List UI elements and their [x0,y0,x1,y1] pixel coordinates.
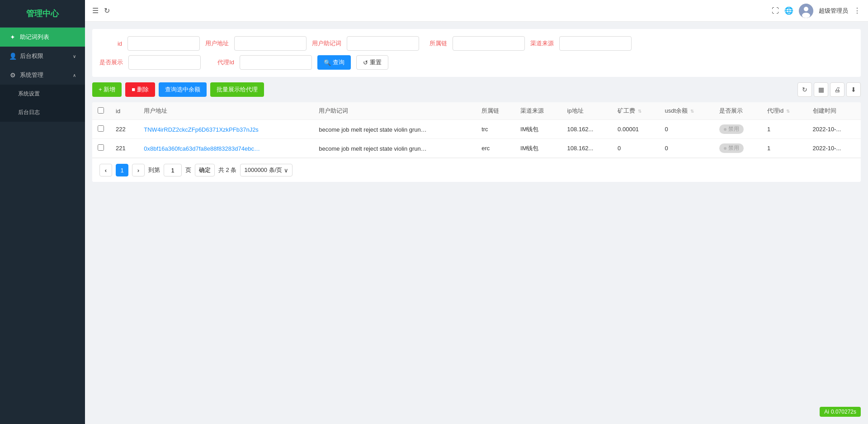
next-page-button[interactable]: › [132,164,145,176]
topbar: ☰ ↻ ⛶ 🌐 超级管理员 ⋮ [85,0,868,22]
row-usdt-balance: 0 [660,139,714,158]
sidebar: 管理中心 ✦ 助记词列表 👤 后台权限 ∨ ⚙ 系统管理 ∧ 系统设置 后台日志 [0,0,85,424]
prev-page-button[interactable]: ‹ [99,164,112,176]
query-balance-button[interactable]: 查询选中余额 [159,82,207,97]
topbar-left: ☰ ↻ [92,6,766,15]
row-channel: IM钱包 [515,120,562,139]
search-form: id 用户地址 用户助记词 所属链 渠道来源 是否展示 代理Id 🔍 查询 [92,29,861,77]
chevron-down-icon: ∨ [284,167,288,174]
row-id: 221 [110,139,138,158]
id-label: id [99,40,122,47]
sidebar-item-system-logs[interactable]: 后台日志 [0,103,85,122]
sidebar-item-system[interactable]: ⚙ 系统管理 ∧ [0,66,85,85]
column-settings-button[interactable]: ▦ [814,82,828,97]
channel-input[interactable] [559,36,632,51]
row-created-at: 2022-10-... [807,139,861,158]
row-user-mnemonic: become job melt reject state violin grun… [313,139,476,158]
delete-button[interactable]: ■ 删除 [125,82,155,97]
user-address-input[interactable] [234,36,307,51]
table-refresh-button[interactable]: ↻ [797,82,812,97]
ai-icon: Ai [824,409,829,415]
content-area: id 用户地址 用户助记词 所属链 渠道来源 是否展示 代理Id 🔍 查询 [85,22,868,424]
sidebar-item-label: 助记词列表 [20,33,76,41]
is-show-label: 是否展示 [99,58,123,67]
row-created-at: 2022-10-... [807,120,861,139]
query-button[interactable]: 🔍 查询 [317,55,351,70]
export-button[interactable]: ⬇ [846,82,861,97]
refresh-icon[interactable]: ↻ [104,6,110,15]
row-usdt-balance: 0 [660,120,714,139]
row-is-show: 禁用 [714,139,762,158]
row-select-checkbox[interactable] [98,144,104,151]
col-agent-id: 代理id ⇅ [762,102,807,120]
chevron-down-icon: ∨ [73,54,76,59]
sidebar-item-label: 后台权限 [20,52,69,60]
row-chain: erc [476,139,515,158]
col-ip: ip地址 [562,102,613,120]
col-user-address: 用户地址 [138,102,313,120]
user-address-link[interactable]: TNW4irRDZ2ckcZFp6D6371XzkPFb37nJ2s [144,126,259,133]
select-all-checkbox[interactable] [98,107,104,114]
id-input[interactable] [127,36,200,51]
per-page-select[interactable]: 1000000 条/页 ∨ [240,164,292,176]
agent-id-label: 代理Id [212,58,234,67]
badge-dot [724,128,726,131]
sidebar-item-mnemonic-list[interactable]: ✦ 助记词列表 [0,28,85,47]
svg-point-1 [804,7,808,11]
search-icon: 🔍 [324,59,331,66]
add-button[interactable]: + 新增 [92,82,122,97]
sort-icon-agent[interactable]: ⇅ [786,109,790,114]
avatar [799,4,813,18]
row-agent-id: 1 [762,120,807,139]
user-mnemonic-input[interactable] [347,36,419,51]
print-button[interactable]: 🖨 [830,82,844,97]
total-count: 共 2 条 [218,166,236,174]
reset-button[interactable]: ↺ 重置 [356,55,388,70]
data-table: id 用户地址 用户助记词 所属链 渠道来源 ip地址 矿工费 ⇅ usdt余额… [92,102,861,182]
col-id: id [110,102,138,120]
col-mining-fee: 矿工费 ⇅ [612,102,659,120]
row-select-checkbox[interactable] [98,125,104,132]
row-mining-fee: 0 [612,139,659,158]
globe-icon[interactable]: 🌐 [784,6,793,15]
search-row-1: id 用户地址 用户助记词 所属链 渠道来源 [99,36,854,51]
fullscreen-icon[interactable]: ⛶ [772,7,779,15]
row-id: 222 [110,120,138,139]
row-chain: trc [476,120,515,139]
row-channel: IM钱包 [515,139,562,158]
goto-label: 到第 [148,166,160,174]
is-show-input[interactable] [128,55,201,70]
permissions-icon: 👤 [9,52,16,60]
col-chain: 所属链 [476,102,515,120]
row-is-show: 禁用 [714,120,762,139]
goto-page-input[interactable] [164,164,182,176]
row-ip: 108.162... [562,139,613,158]
ai-value: 0.070272s [831,409,856,415]
page-1-button[interactable]: 1 [116,164,128,176]
toolbar-right: ↻ ▦ 🖨 ⬇ [797,82,861,97]
agent-id-input[interactable] [240,55,312,70]
search-row-2: 是否展示 代理Id 🔍 查询 ↺ 重置 [99,55,854,70]
menu-icon[interactable]: ☰ [92,6,99,15]
toolbar: + 新增 ■ 删除 查询选中余额 批量展示给代理 ↻ ▦ 🖨 ⬇ [92,82,861,97]
sort-icon-mining[interactable]: ⇅ [638,109,642,114]
channel-label: 渠道来源 [530,39,554,48]
sidebar-item-system-settings[interactable]: 系统设置 [0,85,85,103]
row-agent-id: 1 [762,139,807,158]
sidebar-sub-system: 系统设置 后台日志 [0,85,85,122]
sort-icon-usdt[interactable]: ⇅ [690,109,694,114]
col-channel: 渠道来源 [515,102,562,120]
chain-input[interactable] [453,36,525,51]
user-address-link[interactable]: 0x8bf16a360fca63d7fa8e88f83283d74ebc44af… [144,145,261,152]
sidebar-sub-label: 系统设置 [18,90,76,98]
goto-confirm-button[interactable]: 确定 [195,164,215,176]
user-mnemonic-label: 用户助记词 [312,39,341,48]
more-icon[interactable]: ⋮ [854,6,861,15]
col-is-show: 是否展示 [714,102,762,120]
row-ip: 108.162... [562,120,613,139]
row-user-address: TNW4irRDZ2ckcZFp6D6371XzkPFb37nJ2s [138,120,313,139]
chevron-up-icon: ∧ [73,73,76,78]
sidebar-item-permissions[interactable]: 👤 后台权限 ∨ [0,47,85,66]
batch-show-button[interactable]: 批量展示给代理 [210,82,264,97]
system-icon: ⚙ [9,71,16,79]
